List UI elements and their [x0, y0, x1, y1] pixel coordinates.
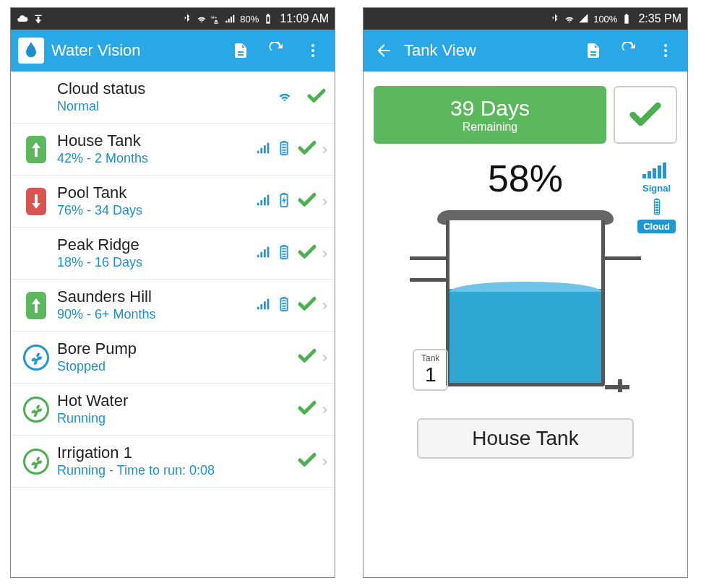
svg-point-41: [35, 408, 38, 411]
svg-rect-20: [257, 254, 259, 257]
clock: 2:35 PM: [638, 12, 681, 25]
svg-rect-23: [267, 246, 269, 257]
svg-rect-57: [655, 209, 658, 211]
item-title: Pool Tank: [57, 184, 256, 202]
list-item[interactable]: Bore PumpStopped›: [11, 332, 335, 384]
bluetooth-icon: [549, 13, 561, 25]
svg-rect-30: [257, 306, 259, 309]
fill-percent: 58%: [374, 157, 677, 200]
device-list: Cloud statusNormalHouse Tank42% - 2 Mont…: [11, 72, 335, 577]
chevron-right-icon: ›: [322, 244, 327, 263]
battery-icon: [262, 13, 274, 25]
check-icon: [306, 85, 327, 110]
chevron-right-icon: ›: [322, 400, 327, 419]
item-title: Peak Ridge: [57, 236, 256, 254]
list-item[interactable]: House Tank42% - 2 Months›: [11, 124, 335, 176]
data-icon: H+: [210, 13, 222, 25]
tank-number-label: Tank: [421, 353, 439, 363]
item-subtitle: Running - Time to run: 0:08: [57, 463, 296, 478]
status-check-box[interactable]: [614, 86, 677, 144]
tank-name-box[interactable]: House Tank: [417, 418, 634, 459]
battery-percent: 100%: [593, 14, 617, 25]
list-item[interactable]: Pool Tank76% - 34 Days›: [11, 176, 335, 228]
arrow-down-icon: [26, 188, 46, 215]
svg-rect-55: [655, 204, 658, 205]
refresh-button[interactable]: [262, 36, 291, 65]
battery-percent: 80%: [240, 14, 259, 25]
appbar: Water Vision: [11, 30, 335, 72]
battery-icon: [621, 13, 632, 25]
item-subtitle: Running: [57, 411, 296, 426]
svg-rect-12: [282, 149, 286, 150]
overflow-button[interactable]: [651, 36, 680, 65]
battery-icon: [276, 296, 292, 315]
chevron-right-icon: ›: [322, 140, 327, 159]
back-button[interactable]: [371, 38, 397, 64]
svg-rect-32: [264, 301, 266, 309]
svg-point-42: [35, 460, 38, 463]
item-title: Saunders Hill: [57, 288, 256, 306]
svg-rect-15: [260, 200, 262, 205]
svg-rect-33: [267, 298, 269, 309]
svg-rect-16: [264, 197, 266, 205]
arrow-up-icon: [26, 136, 46, 163]
signal-icon: [256, 192, 272, 211]
svg-rect-14: [257, 202, 259, 205]
fan-icon: [23, 449, 49, 475]
overflow-button[interactable]: [298, 36, 327, 65]
svg-rect-28: [282, 253, 286, 254]
svg-rect-37: [282, 303, 286, 304]
item-title: Hot Water: [57, 392, 296, 410]
statusbar: 100% 2:35 PM: [364, 8, 687, 30]
item-title: Bore Pump: [57, 340, 296, 358]
arrow-up-icon: [26, 292, 46, 319]
svg-rect-6: [264, 145, 266, 153]
svg-point-40: [35, 356, 38, 359]
days-label: Remaining: [463, 121, 517, 134]
tank-number-box[interactable]: Tank 1: [413, 349, 448, 391]
svg-rect-50: [658, 165, 661, 178]
list-item[interactable]: Irrigation 1Running - Time to run: 0:08›: [11, 436, 335, 488]
phone-tank-view: 100% 2:35 PM Tank View 39 Days Remaining…: [363, 7, 688, 578]
svg-rect-11: [282, 147, 286, 148]
svg-rect-25: [283, 244, 285, 246]
svg-point-46: [664, 54, 667, 57]
item-subtitle: 76% - 34 Days: [57, 203, 256, 218]
svg-rect-58: [655, 212, 658, 213]
svg-rect-56: [655, 207, 658, 208]
svg-rect-35: [283, 296, 285, 298]
svg-rect-38: [282, 305, 286, 306]
item-title: Cloud status: [57, 80, 277, 98]
battery-icon: [276, 192, 292, 211]
tank-number-value: 1: [421, 363, 439, 386]
check-icon: [296, 137, 318, 162]
wifi-icon: [196, 13, 207, 25]
svg-rect-31: [260, 304, 262, 309]
item-subtitle: Normal: [57, 99, 277, 114]
svg-rect-13: [282, 152, 286, 153]
chevron-right-icon: ›: [322, 296, 327, 315]
signal-bars-icon: [642, 161, 671, 178]
svg-rect-61: [622, 385, 629, 389]
svg-point-1: [311, 44, 314, 47]
list-item[interactable]: Cloud statusNormal: [11, 72, 335, 124]
svg-rect-36: [282, 300, 286, 301]
list-item[interactable]: Hot WaterRunning›: [11, 384, 335, 436]
list-item[interactable]: Peak Ridge18% - 16 Days›: [11, 228, 335, 280]
wifi-icon: [564, 13, 575, 25]
svg-rect-27: [282, 251, 286, 252]
document-button[interactable]: [579, 36, 608, 65]
svg-point-3: [311, 54, 314, 57]
svg-text:H+: H+: [212, 15, 218, 20]
tank-diagram: Tank 1: [410, 206, 641, 408]
battery-icon: [276, 244, 292, 263]
svg-rect-9: [283, 140, 285, 142]
days-remaining-box[interactable]: 39 Days Remaining: [374, 86, 606, 144]
refresh-button[interactable]: [615, 36, 644, 65]
svg-rect-19: [283, 192, 285, 194]
signal-label: Signal: [642, 183, 671, 194]
clock: 11:09 AM: [280, 12, 329, 25]
document-button[interactable]: [226, 36, 255, 65]
list-item[interactable]: Saunders Hill90% - 6+ Months›: [11, 280, 335, 332]
signal-icon: [256, 296, 272, 315]
